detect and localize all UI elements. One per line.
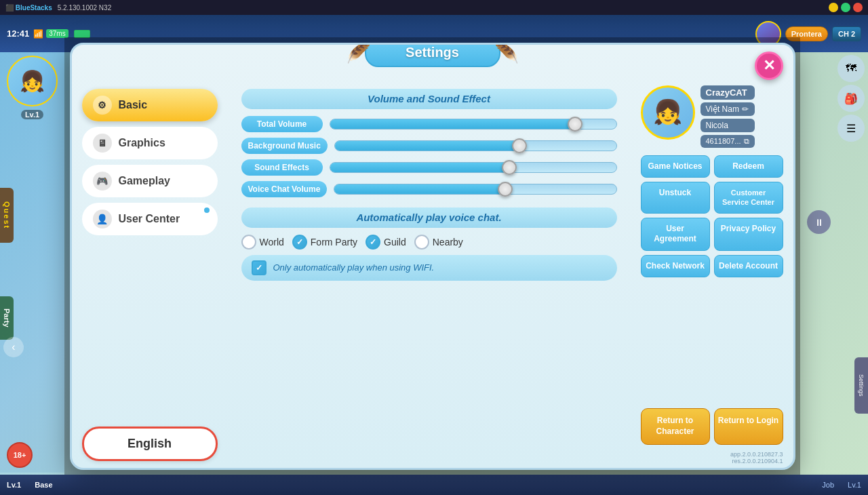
wifi-only-checkbox[interactable]: ✓ (252, 260, 267, 275)
bg-music-fill (335, 141, 518, 151)
voice-chat-thumb[interactable] (498, 182, 513, 197)
game-notices-button[interactable]: Game Notices (641, 155, 710, 178)
quest-tab[interactable]: Quest (0, 188, 14, 243)
sidebar-label-graphics: Graphics (119, 137, 165, 149)
profile-character: Nicola (701, 119, 755, 132)
map-button[interactable]: 🗺 (837, 55, 865, 82)
sound-effects-row: Sound Effects (241, 159, 617, 176)
language-button[interactable]: English (82, 427, 218, 461)
bg-music-track[interactable] (334, 140, 617, 151)
voice-chat-label: Voice Chat Volume (241, 181, 328, 197)
world-radio[interactable] (241, 235, 256, 250)
sidebar-label-basic: Basic (119, 99, 148, 111)
bottom-base: Base (35, 481, 52, 489)
sidebar-item-graphics[interactable]: 🖥 Graphics (82, 127, 218, 159)
profile-name: CrazyCAT (701, 85, 755, 100)
profile-country: Việt Nam ✏ (701, 102, 755, 116)
version-info: app.2.0.0.210827.3 res.2.0.0.210904.1 (641, 451, 783, 464)
total-volume-thumb[interactable] (568, 117, 583, 132)
total-volume-fill (330, 119, 574, 129)
redeem-button[interactable]: Redeem (714, 155, 783, 178)
settings-side-button[interactable]: Settings (854, 357, 868, 414)
bottom-job: Job (822, 481, 834, 489)
voice-option-form-party[interactable]: Form Party (292, 235, 357, 250)
unstuck-button[interactable]: Unstuck (641, 182, 710, 214)
wing-left-icon: 🪶 (347, 43, 372, 64)
settings-right-panel: 👧 CrazyCAT Việt Nam ✏ Nicola 4611807... … (631, 82, 793, 468)
return-character-button[interactable]: Return to Character (641, 408, 710, 444)
settings-sidebar: ⚙ Basic 🖥 Graphics 🎮 Gameplay 👤 User Cen… (72, 82, 228, 468)
total-volume-label: Total Volume (241, 116, 323, 132)
bg-music-label: Background Music (241, 138, 328, 154)
copy-icon[interactable]: ⧉ (744, 137, 749, 146)
bottom-level: Lv.1 (7, 481, 21, 489)
notification-dot (203, 206, 211, 214)
settings-modal: 🪶 Settings 🪶 ✕ ⚙ Basic 🖥 Graphics 🎮 (70, 43, 795, 470)
battery-indicator (74, 30, 90, 38)
form-party-radio[interactable] (292, 235, 307, 250)
game-left-panel: 👧 Lv.1 Quest Party ‹ › (0, 52, 64, 473)
nearby-radio[interactable] (414, 235, 429, 250)
party-tab[interactable]: Party (0, 296, 14, 340)
voice-chat-fill (334, 184, 503, 194)
channel-button[interactable]: CH 2 (832, 26, 861, 41)
bg-music-thumb[interactable] (512, 138, 527, 153)
gameplay-icon: 🎮 (93, 172, 112, 191)
sound-effects-track[interactable] (330, 162, 617, 173)
volume-section-title: Volume and Sound Effect (368, 93, 490, 104)
nearby-label: Nearby (433, 237, 463, 248)
guild-radio[interactable] (366, 235, 380, 250)
window-controls (829, 3, 863, 12)
menu-button[interactable]: ☰ (837, 115, 865, 142)
bg-music-row: Background Music (241, 138, 617, 154)
voice-option-world[interactable]: World (241, 235, 284, 250)
return-buttons-grid: Return to Character Return to Login (641, 408, 783, 444)
game-bottom-bar: Lv.1 Base Job Lv.1 (0, 475, 868, 495)
auto-voice-section: Automatically play voice chat. World For… (241, 207, 617, 281)
basic-icon: ⚙ (93, 96, 112, 115)
character-avatar: 👧 (7, 56, 58, 106)
sidebar-item-user-center[interactable]: 👤 User Center (82, 203, 218, 235)
guild-label: Guild (384, 237, 406, 248)
level-badge: Lv.1 (21, 110, 43, 119)
world-label: World (260, 237, 284, 248)
sidebar-spacer (82, 241, 218, 421)
maximize-button[interactable] (841, 3, 850, 12)
check-network-button[interactable]: Check Network (641, 255, 710, 278)
profile-info: CrazyCAT Việt Nam ✏ Nicola 4611807... ⧉ (701, 85, 755, 148)
bluestacks-bar: ⬛ BlueStacks 5.2.130.1002 N32 (0, 0, 868, 15)
voice-option-guild[interactable]: Guild (366, 235, 406, 250)
total-volume-row: Total Volume (241, 116, 617, 132)
action-buttons-grid: Game Notices Redeem Unstuck Customer Ser… (641, 155, 783, 278)
wifi-only-row: ✓ Only automatically play when using WIF… (241, 255, 617, 281)
voice-option-nearby[interactable]: Nearby (414, 235, 463, 250)
user-center-icon: 👤 (93, 210, 112, 229)
total-volume-track[interactable] (330, 119, 617, 130)
privacy-policy-button[interactable]: Privacy Policy (714, 218, 783, 251)
wing-right-icon: 🪶 (494, 43, 519, 64)
res-version: res.2.0.0.210904.1 (641, 458, 783, 464)
inventory-button[interactable]: 🎒 (837, 85, 865, 112)
profile-id: 4611807... ⧉ (701, 135, 755, 148)
game-time: 12:41 (7, 28, 29, 39)
sidebar-item-gameplay[interactable]: 🎮 Gameplay (82, 165, 218, 197)
delete-account-button[interactable]: Delete Account (714, 255, 783, 278)
wifi-only-label: Only automatically play when using WIFI. (273, 262, 435, 273)
modal-body: ⚙ Basic 🖥 Graphics 🎮 Gameplay 👤 User Cen… (72, 82, 793, 468)
sidebar-label-gameplay: Gameplay (119, 175, 170, 187)
close-button[interactable] (853, 3, 863, 12)
return-login-button[interactable]: Return to Login (714, 408, 783, 444)
sound-effects-thumb[interactable] (502, 160, 517, 175)
voice-chat-track[interactable] (334, 184, 616, 195)
country-label: Việt Nam (706, 104, 739, 114)
sidebar-item-basic[interactable]: ⚙ Basic (82, 89, 218, 121)
edit-icon[interactable]: ✏ (742, 104, 749, 114)
customer-service-button[interactable]: Customer Service Center (714, 182, 783, 214)
minimize-button[interactable] (829, 3, 838, 12)
form-party-label: Form Party (311, 237, 357, 248)
pause-button[interactable]: ⏸ (807, 210, 831, 234)
modal-close-button[interactable]: ✕ (755, 52, 783, 80)
nav-prev-button[interactable]: ‹ (3, 337, 24, 357)
sidebar-label-user-center: User Center (119, 213, 180, 225)
user-agreement-button[interactable]: User Agreement (641, 218, 710, 251)
